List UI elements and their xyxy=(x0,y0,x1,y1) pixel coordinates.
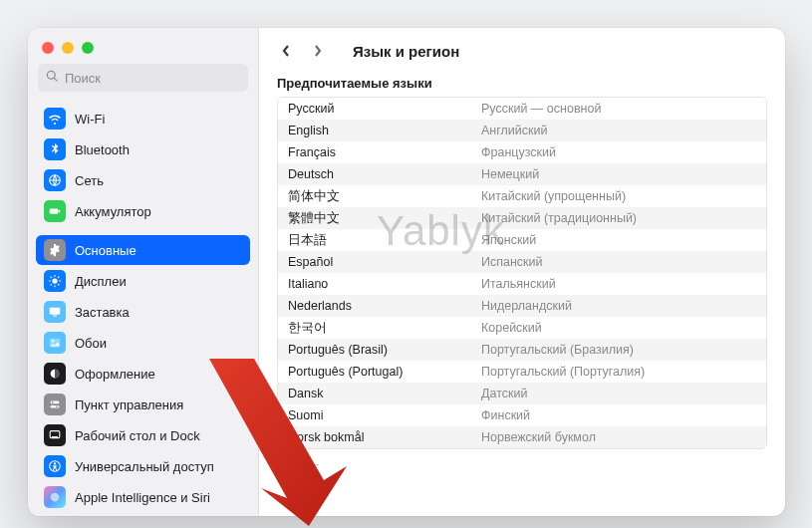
language-name: Suomi xyxy=(278,408,477,422)
sidebar-item-label: Apple Intelligence и Siri xyxy=(75,490,210,505)
sidebar: Wi-Fi Bluetooth Сеть Аккумулятор xyxy=(28,28,259,516)
language-name: Nederlands xyxy=(278,299,477,313)
language-row[interactable]: DeutschНемецкий xyxy=(278,163,766,185)
add-language-button[interactable]: ＋ xyxy=(279,455,303,475)
sidebar-item-appearance[interactable]: Оформление xyxy=(36,359,250,389)
language-name: Português (Portugal) xyxy=(278,365,477,379)
svg-point-20 xyxy=(56,405,58,407)
language-row[interactable]: EspañolИспанский xyxy=(278,251,766,273)
sidebar-item-label: Bluetooth xyxy=(75,142,130,157)
sidebar-item-control-center[interactable]: Пункт управления xyxy=(36,390,250,419)
language-row[interactable]: 日本語Японский xyxy=(278,229,766,251)
svg-rect-22 xyxy=(52,436,58,437)
sidebar-item-label: Дисплеи xyxy=(75,274,127,289)
language-name: Italiano xyxy=(278,277,477,291)
sidebar-item-general[interactable]: Основные xyxy=(36,235,250,265)
screensaver-icon xyxy=(44,301,66,323)
language-row[interactable]: NederlandsНидерландский xyxy=(278,295,766,317)
language-description: Корейский xyxy=(477,321,766,335)
language-description: Французский xyxy=(477,145,766,159)
search-icon xyxy=(46,70,65,86)
svg-line-10 xyxy=(51,284,52,285)
main: Язык и регион Предпочитаемые языки Русск… xyxy=(259,28,785,516)
language-row[interactable]: Norsk bokmålНорвежский букмол xyxy=(278,426,766,448)
close-button[interactable] xyxy=(42,42,54,54)
language-name: Français xyxy=(278,145,477,159)
sidebar-item-bluetooth[interactable]: Bluetooth xyxy=(36,134,250,164)
svg-point-24 xyxy=(54,462,56,464)
language-row[interactable]: FrançaisФранцузский xyxy=(278,141,766,163)
svg-line-8 xyxy=(51,277,52,278)
svg-point-19 xyxy=(52,401,54,403)
language-description: Нидерландский xyxy=(477,299,766,313)
sidebar-item-label: Wi-Fi xyxy=(75,112,105,127)
language-description: Английский xyxy=(477,124,766,137)
appearance-icon xyxy=(44,363,66,385)
language-name: 简体中文 xyxy=(278,188,477,205)
table-footer-buttons: ＋ − xyxy=(277,455,767,475)
sidebar-item-wallpaper[interactable]: Обои xyxy=(36,328,250,358)
sidebar-item-desktop-dock[interactable]: Рабочий стол и Dock xyxy=(36,420,250,450)
minimize-button[interactable] xyxy=(62,42,74,54)
bluetooth-icon xyxy=(44,138,66,160)
sidebar-item-label: Рабочий стол и Dock xyxy=(75,428,200,443)
language-row[interactable]: DanskДатский xyxy=(278,383,766,404)
language-row[interactable]: 简体中文Китайский (упрощенный) xyxy=(278,185,766,207)
remove-language-button[interactable]: − xyxy=(303,455,327,475)
language-description: Датский xyxy=(477,387,766,400)
language-row[interactable]: ItalianoИтальянский xyxy=(278,273,766,295)
sidebar-item-wifi[interactable]: Wi-Fi xyxy=(36,104,250,133)
sidebar-item-siri[interactable]: Apple Intelligence и Siri xyxy=(36,482,250,512)
siri-icon xyxy=(44,486,66,508)
header: Язык и регион xyxy=(259,28,785,66)
sidebar-item-label: Основные xyxy=(75,243,136,258)
language-row[interactable]: Português (Portugal)Португальский (Порту… xyxy=(278,361,766,383)
search-field[interactable] xyxy=(38,64,248,92)
sidebar-item-accessibility[interactable]: Универсальный доступ xyxy=(36,451,250,481)
back-button[interactable] xyxy=(277,42,295,60)
section-title: Предпочитаемые языки xyxy=(277,76,767,91)
sidebar-item-spotlight[interactable]: Spotlight xyxy=(36,513,250,516)
svg-point-15 xyxy=(52,340,54,342)
language-name: Español xyxy=(278,255,477,269)
sidebar-item-label: Пункт управления xyxy=(75,397,183,412)
sidebar-item-battery[interactable]: Аккумулятор xyxy=(36,196,250,226)
sidebar-item-label: Универсальный доступ xyxy=(75,459,214,474)
language-name: English xyxy=(278,124,477,137)
language-description: Русский — основной xyxy=(477,102,766,116)
sidebar-item-label: Аккумулятор xyxy=(75,204,151,219)
language-row[interactable]: SuomiФинский xyxy=(278,404,766,426)
wallpaper-icon xyxy=(44,332,66,354)
language-description: Китайский (упрощенный) xyxy=(477,189,766,203)
svg-rect-13 xyxy=(53,316,57,317)
sidebar-item-label: Обои xyxy=(75,336,107,351)
language-name: Deutsch xyxy=(278,167,477,181)
language-row[interactable]: EnglishАнглийский xyxy=(278,120,766,141)
accessibility-icon xyxy=(44,455,66,477)
page-title: Язык и регион xyxy=(353,43,459,60)
sidebar-item-screensaver[interactable]: Заставка xyxy=(36,297,250,327)
sidebar-item-network[interactable]: Сеть xyxy=(36,165,250,195)
window: Wi-Fi Bluetooth Сеть Аккумулятор xyxy=(28,28,785,516)
svg-line-9 xyxy=(58,284,59,285)
svg-rect-2 xyxy=(59,210,60,213)
forward-button[interactable] xyxy=(309,42,327,60)
sidebar-list: Wi-Fi Bluetooth Сеть Аккумулятор xyxy=(28,100,258,516)
language-name: Norsk bokmål xyxy=(278,430,477,444)
svg-point-3 xyxy=(52,278,57,283)
language-description: Португальский (Бразилия) xyxy=(477,343,766,357)
language-name: 繁體中文 xyxy=(278,210,477,227)
search-wrap xyxy=(28,64,258,100)
language-row[interactable]: Português (Brasil)Португальский (Бразили… xyxy=(278,339,766,361)
maximize-button[interactable] xyxy=(82,42,94,54)
language-row[interactable]: 繁體中文Китайский (традиционный) xyxy=(278,207,766,229)
sidebar-item-displays[interactable]: Дисплеи xyxy=(36,266,250,296)
language-row[interactable]: 한국어Корейский xyxy=(278,317,766,339)
language-description: Португальский (Португалия) xyxy=(477,365,766,379)
svg-rect-1 xyxy=(50,208,59,213)
svg-rect-12 xyxy=(50,308,61,315)
language-row[interactable]: РусскийРусский — основной xyxy=(278,98,766,120)
window-controls xyxy=(28,28,258,64)
search-input[interactable] xyxy=(65,71,240,86)
displays-icon xyxy=(44,270,66,292)
